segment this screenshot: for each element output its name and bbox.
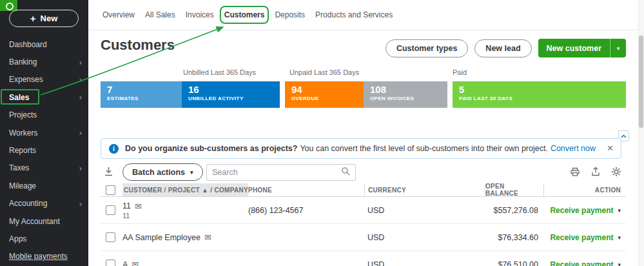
customer-subname: 11 — [122, 212, 130, 220]
close-icon[interactable]: × — [607, 143, 613, 154]
batch-actions-button[interactable]: Batch actions ▾ — [122, 163, 203, 181]
column-header-action: ACTION — [543, 183, 626, 196]
moneybar-group-labels: Unbilled Last 365 Days Unpaid Last 365 D… — [101, 68, 626, 77]
sidebar-item-banking[interactable]: Banking› — [0, 53, 88, 70]
action-dropdown-icon[interactable]: ▾ — [618, 207, 621, 214]
quickbooks-logo — [0, 0, 17, 11]
new-customer-split-button: New customer ▾ — [538, 39, 626, 57]
sidebar-nav: Dashboard Banking› Expenses› Sales› Proj… — [0, 36, 88, 265]
currency-cell: USD — [364, 206, 485, 215]
search-input[interactable] — [212, 168, 341, 177]
list-toolbar: Batch actions ▾ — [101, 163, 626, 181]
chevron-down-icon: ▾ — [617, 45, 620, 52]
moneybar: 7 ESTIMATES 16 UNBILLED ACTIVITY 94 OVER… — [101, 81, 626, 108]
search-icon — [341, 167, 350, 178]
envelope-icon: ✉ — [135, 201, 142, 211]
new-customer-dropdown-button[interactable]: ▾ — [610, 39, 626, 57]
sidebar-item-mobile-payments[interactable]: Mobile payments — [0, 248, 88, 265]
sidebar-item-mileage[interactable]: Mileage — [0, 177, 88, 194]
envelope-icon: ✉ — [204, 232, 211, 242]
sidebar-item-apps[interactable]: Apps — [0, 230, 88, 247]
phone-cell: (866) 123-4567 — [248, 206, 364, 215]
receive-payment-link[interactable]: Receive payment — [550, 233, 613, 242]
table-header-row: CUSTOMER / PROJECT ▲ / COMPANY PHONE CUR… — [101, 183, 626, 197]
chevron-right-icon: › — [79, 200, 82, 208]
vertical-scrollbar-thumb[interactable] — [639, 36, 643, 128]
chevron-up-icon — [621, 134, 627, 138]
sidebar-item-dashboard[interactable]: Dashboard — [0, 36, 88, 53]
export-icon[interactable] — [590, 167, 601, 177]
chevron-right-icon: › — [79, 58, 82, 66]
action-dropdown-icon[interactable]: ▾ — [618, 261, 621, 266]
print-icon[interactable] — [570, 167, 580, 177]
open-balance-cell: $76,510.00 — [485, 260, 543, 266]
chevron-right-icon: › — [79, 128, 82, 137]
currency-cell: USD — [364, 260, 485, 266]
new-button[interactable]: + New — [9, 10, 79, 27]
sidebar-item-accounting[interactable]: Accounting› — [0, 195, 88, 212]
moneybar-label-unpaid: Unpaid Last 365 Days — [289, 68, 359, 76]
screen: + New Dashboard Banking› Expenses› Sales… — [0, 0, 644, 266]
row-checkbox[interactable] — [106, 232, 115, 242]
table-row: 11 ✉ 11 (866) 123-4567 USD $557,276.08 R… — [101, 197, 626, 224]
download-icon[interactable] — [104, 167, 113, 179]
sidebar-item-taxes[interactable]: Taxes› — [0, 159, 88, 177]
sidebar-item-expenses[interactable]: Expenses› — [0, 71, 88, 88]
main-panel: Overview All Sales Invoices Customers De… — [88, 0, 638, 266]
convert-now-link[interactable]: Convert now — [551, 144, 596, 153]
tab-invoices[interactable]: Invoices — [186, 10, 214, 19]
customer-table: CUSTOMER / PROJECT ▲ / COMPANY PHONE CUR… — [101, 183, 626, 266]
tab-overview[interactable]: Overview — [102, 10, 135, 19]
action-dropdown-icon[interactable]: ▾ — [618, 234, 621, 241]
sidebar-item-projects[interactable]: Projects — [0, 107, 88, 124]
column-header-customer[interactable]: CUSTOMER / PROJECT ▲ / COMPANY — [122, 183, 248, 196]
envelope-icon: ✉ — [132, 260, 139, 266]
column-header-phone: PHONE — [248, 183, 364, 196]
sidebar-item-sales[interactable]: Sales› — [0, 88, 88, 106]
page-title: Customers — [101, 37, 175, 54]
info-icon: i — [109, 144, 119, 154]
tab-products-and-services[interactable]: Products and Services — [315, 10, 393, 19]
page-actions: Customer types New lead New customer ▾ — [385, 39, 626, 57]
settings-gear-icon[interactable] — [611, 167, 621, 177]
tab-all-sales[interactable]: All Sales — [145, 10, 175, 19]
table-row: AA Sample Employee ✉ USD $76,334.60 Rece… — [101, 224, 626, 251]
column-header-currency: CURRENCY — [364, 183, 485, 196]
sidebar-item-my-accountant[interactable]: My Accountant — [0, 212, 88, 230]
open-balance-cell: $76,334.60 — [485, 233, 543, 242]
plus-icon: + — [30, 13, 36, 24]
customer-name-link[interactable]: AA Sample Employee — [122, 233, 200, 242]
moneybar-segment-unbilled-activity[interactable]: 16 UNBILLED ACTIVITY — [182, 81, 280, 108]
new-lead-button[interactable]: New lead — [474, 39, 531, 57]
moneybar-segment-open-invoices[interactable]: 108 OPEN INVOICES — [364, 81, 447, 108]
section-tabs: Overview All Sales Invoices Customers De… — [88, 0, 638, 30]
moneybar-label-paid: Paid — [453, 68, 467, 76]
chevron-right-icon: › — [79, 76, 82, 84]
customer-types-button[interactable]: Customer types — [385, 39, 468, 57]
new-customer-button[interactable]: New customer — [538, 39, 610, 57]
open-balance-cell: $557,276.08 — [485, 206, 543, 215]
row-checkbox[interactable] — [106, 205, 115, 215]
customer-name-link[interactable]: A — [122, 260, 128, 266]
receive-payment-link[interactable]: Receive payment — [550, 260, 613, 266]
tab-customers[interactable]: Customers — [224, 10, 265, 19]
tab-deposits[interactable]: Deposits — [275, 10, 305, 19]
customer-name-link[interactable]: 11 — [122, 201, 131, 210]
row-checkbox[interactable] — [106, 260, 115, 266]
moneybar-segment-overdue[interactable]: 94 OVERDUE — [285, 81, 364, 108]
moneybar-segment-estimates[interactable]: 7 ESTIMATES — [101, 81, 182, 108]
column-header-open-balance: OPEN BALANCE — [485, 183, 543, 196]
sidebar-item-workers[interactable]: Workers› — [0, 124, 88, 141]
chevron-right-icon: › — [79, 164, 82, 172]
moneybar-segment-paid[interactable]: 5 PAID LAST 30 DAYS — [453, 81, 626, 108]
receive-payment-link[interactable]: Receive payment — [550, 206, 613, 215]
sidebar-item-reports[interactable]: Reports — [0, 141, 88, 159]
select-all-checkbox[interactable] — [106, 185, 115, 195]
sub-customers-banner: i Do you organize sub-customers as proje… — [101, 138, 621, 159]
list-tool-icons — [570, 167, 621, 177]
banner-question: Do you organize sub-customers as project… — [125, 144, 297, 153]
table-row: A ✉ USD $76,510.00 Receive payment ▾ — [101, 251, 626, 266]
banner-text: You can convert the first level of sub-c… — [300, 144, 547, 153]
new-button-label: New — [41, 14, 58, 23]
currency-cell: USD — [364, 233, 485, 242]
